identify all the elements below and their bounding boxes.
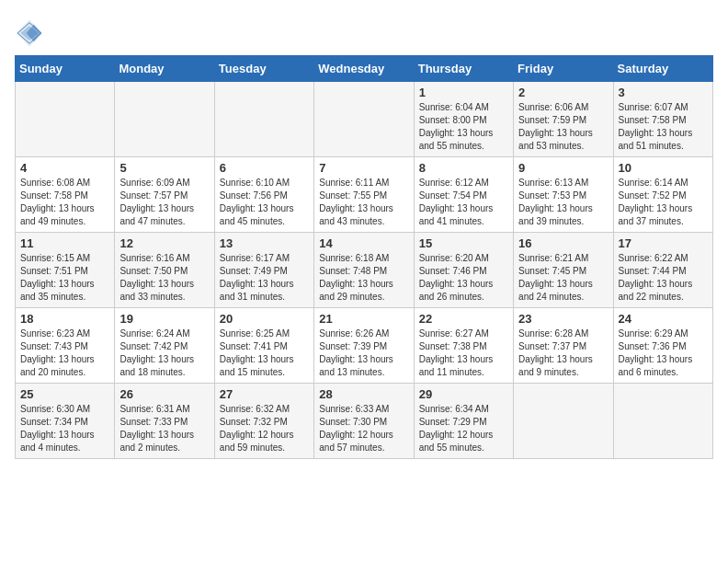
day-number: 20 (220, 312, 309, 326)
calendar-cell (613, 384, 712, 459)
calendar-cell: 12Sunrise: 6:16 AM Sunset: 7:50 PM Dayli… (115, 233, 214, 308)
day-info: Sunrise: 6:26 AM Sunset: 7:39 PM Dayligh… (319, 327, 408, 379)
day-info: Sunrise: 6:08 AM Sunset: 7:58 PM Dayligh… (20, 177, 109, 228)
weekday-header-saturday: Saturday (613, 56, 712, 82)
day-number: 18 (20, 312, 109, 326)
day-number: 13 (220, 236, 309, 250)
day-info: Sunrise: 6:27 AM Sunset: 7:38 PM Dayligh… (419, 327, 508, 379)
calendar-cell: 16Sunrise: 6:21 AM Sunset: 7:45 PM Dayli… (514, 233, 613, 308)
calendar-cell (314, 82, 414, 157)
day-number: 2 (518, 86, 608, 99)
day-info: Sunrise: 6:18 AM Sunset: 7:48 PM Dayligh… (319, 252, 408, 304)
calendar-cell: 23Sunrise: 6:28 AM Sunset: 7:37 PM Dayli… (514, 308, 613, 384)
day-info: Sunrise: 6:04 AM Sunset: 8:00 PM Dayligh… (419, 101, 508, 153)
calendar-cell: 22Sunrise: 6:27 AM Sunset: 7:38 PM Dayli… (414, 308, 513, 384)
calendar-cell: 26Sunrise: 6:31 AM Sunset: 7:33 PM Dayli… (115, 384, 214, 459)
day-number: 4 (20, 161, 109, 175)
calendar-cell: 9Sunrise: 6:13 AM Sunset: 7:53 PM Daylig… (514, 157, 613, 233)
day-info: Sunrise: 6:21 AM Sunset: 7:45 PM Dayligh… (518, 252, 608, 304)
day-info: Sunrise: 6:31 AM Sunset: 7:33 PM Dayligh… (119, 403, 209, 454)
day-number: 22 (419, 312, 508, 326)
day-number: 24 (619, 312, 708, 326)
calendar-header: SundayMondayTuesdayWednesdayThursdayFrid… (16, 56, 713, 82)
day-info: Sunrise: 6:23 AM Sunset: 7:43 PM Dayligh… (20, 327, 109, 379)
day-number: 8 (419, 161, 508, 175)
day-info: Sunrise: 6:20 AM Sunset: 7:46 PM Dayligh… (419, 252, 508, 304)
day-number: 23 (518, 312, 608, 326)
day-number: 21 (319, 312, 408, 326)
calendar-cell: 15Sunrise: 6:20 AM Sunset: 7:46 PM Dayli… (414, 233, 513, 308)
calendar-cell: 28Sunrise: 6:33 AM Sunset: 7:30 PM Dayli… (314, 384, 414, 459)
header (15, 15, 713, 48)
weekday-header-wednesday: Wednesday (314, 56, 414, 82)
calendar-cell (115, 82, 214, 157)
day-number: 1 (419, 86, 508, 99)
day-info: Sunrise: 6:22 AM Sunset: 7:44 PM Dayligh… (619, 252, 708, 304)
day-info: Sunrise: 6:14 AM Sunset: 7:52 PM Dayligh… (619, 177, 708, 228)
day-info: Sunrise: 6:33 AM Sunset: 7:30 PM Dayligh… (319, 403, 408, 454)
calendar-cell: 4Sunrise: 6:08 AM Sunset: 7:58 PM Daylig… (16, 157, 115, 233)
day-info: Sunrise: 6:29 AM Sunset: 7:36 PM Dayligh… (619, 327, 708, 379)
calendar-week-2: 4Sunrise: 6:08 AM Sunset: 7:58 PM Daylig… (16, 157, 713, 233)
calendar-cell: 21Sunrise: 6:26 AM Sunset: 7:39 PM Dayli… (314, 308, 414, 384)
weekday-header-thursday: Thursday (414, 56, 513, 82)
day-number: 5 (119, 161, 209, 175)
day-info: Sunrise: 6:15 AM Sunset: 7:51 PM Dayligh… (20, 252, 109, 304)
day-number: 9 (518, 161, 608, 175)
calendar-cell: 19Sunrise: 6:24 AM Sunset: 7:42 PM Dayli… (115, 308, 214, 384)
day-info: Sunrise: 6:32 AM Sunset: 7:32 PM Dayligh… (220, 403, 309, 454)
day-info: Sunrise: 6:24 AM Sunset: 7:42 PM Dayligh… (119, 327, 209, 379)
calendar-cell: 14Sunrise: 6:18 AM Sunset: 7:48 PM Dayli… (314, 233, 414, 308)
day-info: Sunrise: 6:13 AM Sunset: 7:53 PM Dayligh… (518, 177, 608, 228)
calendar-cell: 29Sunrise: 6:34 AM Sunset: 7:29 PM Dayli… (414, 384, 513, 459)
day-info: Sunrise: 6:16 AM Sunset: 7:50 PM Dayligh… (119, 252, 209, 304)
day-number: 6 (220, 161, 309, 175)
calendar-week-4: 18Sunrise: 6:23 AM Sunset: 7:43 PM Dayli… (16, 308, 713, 384)
logo (15, 18, 48, 48)
calendar-cell: 5Sunrise: 6:09 AM Sunset: 7:57 PM Daylig… (115, 157, 214, 233)
day-info: Sunrise: 6:11 AM Sunset: 7:55 PM Dayligh… (319, 177, 408, 228)
calendar-cell: 27Sunrise: 6:32 AM Sunset: 7:32 PM Dayli… (214, 384, 313, 459)
day-number: 11 (20, 236, 109, 250)
logo-icon (15, 18, 44, 48)
weekday-header-monday: Monday (115, 56, 214, 82)
calendar-cell: 3Sunrise: 6:07 AM Sunset: 7:58 PM Daylig… (613, 82, 712, 157)
weekday-header-tuesday: Tuesday (214, 56, 313, 82)
calendar-cell: 18Sunrise: 6:23 AM Sunset: 7:43 PM Dayli… (16, 308, 115, 384)
calendar-body: 1Sunrise: 6:04 AM Sunset: 8:00 PM Daylig… (16, 82, 713, 459)
calendar-cell: 11Sunrise: 6:15 AM Sunset: 7:51 PM Dayli… (16, 233, 115, 308)
day-info: Sunrise: 6:06 AM Sunset: 7:59 PM Dayligh… (518, 101, 608, 153)
day-number: 12 (119, 236, 209, 250)
calendar-cell (214, 82, 313, 157)
calendar-week-1: 1Sunrise: 6:04 AM Sunset: 8:00 PM Daylig… (16, 82, 713, 157)
calendar-cell: 20Sunrise: 6:25 AM Sunset: 7:41 PM Dayli… (214, 308, 313, 384)
calendar-cell: 7Sunrise: 6:11 AM Sunset: 7:55 PM Daylig… (314, 157, 414, 233)
calendar-cell: 25Sunrise: 6:30 AM Sunset: 7:34 PM Dayli… (16, 384, 115, 459)
day-number: 10 (619, 161, 708, 175)
day-info: Sunrise: 6:34 AM Sunset: 7:29 PM Dayligh… (419, 403, 508, 454)
day-number: 14 (319, 236, 408, 250)
weekday-header-row: SundayMondayTuesdayWednesdayThursdayFrid… (16, 56, 713, 82)
calendar-cell (514, 384, 613, 459)
day-number: 26 (119, 387, 209, 401)
calendar-cell: 2Sunrise: 6:06 AM Sunset: 7:59 PM Daylig… (514, 82, 613, 157)
calendar-cell: 24Sunrise: 6:29 AM Sunset: 7:36 PM Dayli… (613, 308, 712, 384)
calendar-week-5: 25Sunrise: 6:30 AM Sunset: 7:34 PM Dayli… (16, 384, 713, 459)
day-info: Sunrise: 6:07 AM Sunset: 7:58 PM Dayligh… (619, 101, 708, 153)
day-number: 17 (619, 236, 708, 250)
calendar-cell (16, 82, 115, 157)
day-number: 16 (518, 236, 608, 250)
day-number: 19 (119, 312, 209, 326)
calendar-week-3: 11Sunrise: 6:15 AM Sunset: 7:51 PM Dayli… (16, 233, 713, 308)
weekday-header-sunday: Sunday (16, 56, 115, 82)
calendar-cell: 13Sunrise: 6:17 AM Sunset: 7:49 PM Dayli… (214, 233, 313, 308)
day-number: 3 (619, 86, 708, 99)
calendar: SundayMondayTuesdayWednesdayThursdayFrid… (15, 55, 713, 459)
day-number: 28 (319, 387, 408, 401)
day-info: Sunrise: 6:30 AM Sunset: 7:34 PM Dayligh… (20, 403, 109, 454)
calendar-cell: 6Sunrise: 6:10 AM Sunset: 7:56 PM Daylig… (214, 157, 313, 233)
calendar-cell: 10Sunrise: 6:14 AM Sunset: 7:52 PM Dayli… (613, 157, 712, 233)
day-info: Sunrise: 6:09 AM Sunset: 7:57 PM Dayligh… (119, 177, 209, 228)
calendar-cell: 17Sunrise: 6:22 AM Sunset: 7:44 PM Dayli… (613, 233, 712, 308)
day-number: 27 (220, 387, 309, 401)
